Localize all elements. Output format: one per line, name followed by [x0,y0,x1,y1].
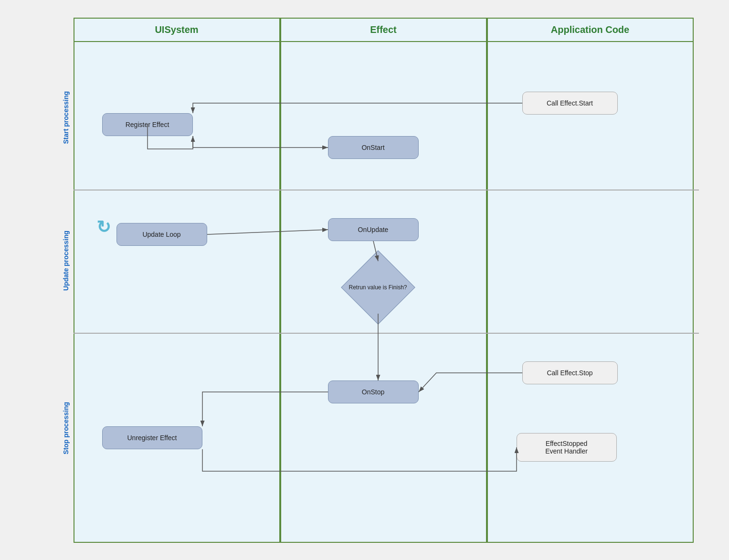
node-register-effect: Register Effect [102,113,193,136]
row-label-start: Start processing [62,91,70,144]
lane-header-effect: Effect [281,19,486,42]
h-divider-1 [74,190,699,190]
lane-header-appcode: Application Code [488,19,693,42]
diamond-label-return-value: Retrun value is Finish? [338,275,419,300]
node-call-effect-stop: Call Effect.Stop [522,361,618,384]
row-label-update: Update processing [62,231,70,291]
loop-icon: ↻ [96,217,111,237]
node-on-stop: OnStop [328,380,419,403]
node-unregister-effect: Unregister Effect [102,426,202,449]
h-divider-2 [74,333,699,334]
node-update-loop: Update Loop [116,223,207,246]
node-on-update: OnUpdate [328,218,419,241]
node-call-effect-start: Call Effect.Start [522,92,618,115]
node-on-start: OnStart [328,136,419,159]
node-effect-stopped: EffectStopped Event Handler [517,433,617,462]
row-label-stop: Stop processing [62,402,70,454]
lane-header-uisystem: UISystem [74,19,279,42]
